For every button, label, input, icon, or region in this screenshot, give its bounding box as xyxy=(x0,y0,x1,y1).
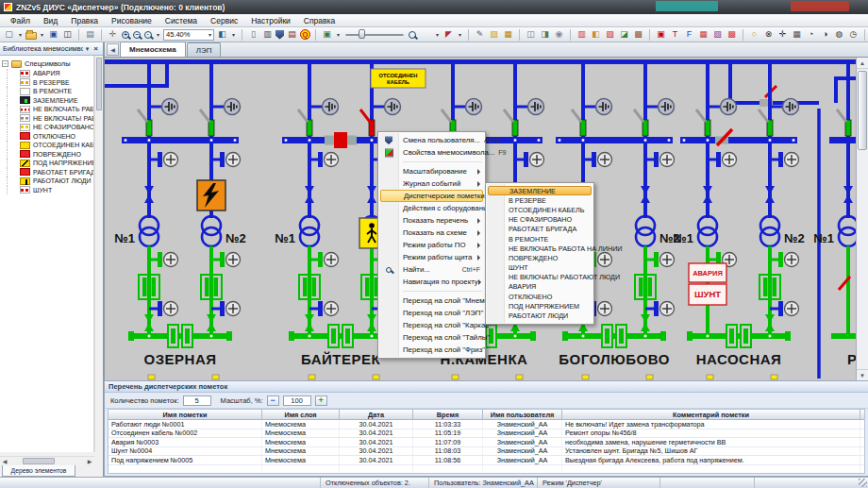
cluster-icon[interactable]: ▦ xyxy=(697,28,709,41)
tab-layer-лэп[interactable]: ЛЭП xyxy=(187,42,222,57)
open-folder-icon[interactable] xyxy=(25,32,37,40)
layout-columns-icon[interactable]: ▥ xyxy=(261,28,274,41)
mark-reserve-icon[interactable]: ◧ xyxy=(590,28,602,41)
scroll-up-icon[interactable]: ▲ xyxy=(857,58,868,69)
context-menu-item[interactable]: Действия с оборудованием xyxy=(379,202,484,214)
symbol-item[interactable]: ОТСОЕДИНЕН КАБЕЛЬ xyxy=(7,141,93,150)
dropdown-arrow-icon[interactable]: ▾ xyxy=(17,31,24,38)
submenu-item[interactable]: В РЕМОНТЕ xyxy=(487,234,593,244)
menubar-item-правка[interactable]: Правка xyxy=(64,15,105,26)
column-header[interactable]: Комментарий пометки xyxy=(562,410,860,419)
context-menu-item[interactable]: Режим работы ПО xyxy=(379,239,484,251)
menubar-item-сервис[interactable]: Сервис xyxy=(204,15,244,26)
substation-1[interactable]: №1№2ОЗЕРНАЯ xyxy=(114,61,245,367)
mark-shunt-icon[interactable]: ▩ xyxy=(632,28,644,41)
symbol-item[interactable]: ПОВРЕЖДЕНО xyxy=(7,150,93,160)
context-menu-item[interactable]: Найти...Ctrl+F xyxy=(379,263,484,276)
symbol-item[interactable]: АВАРИЯ xyxy=(7,69,93,78)
column-header[interactable]: Дата xyxy=(340,410,413,419)
submenu-item[interactable]: ШУНТ xyxy=(487,263,593,273)
context-menu-item[interactable]: Показать перечень xyxy=(379,214,484,227)
submenu-item[interactable]: ПОД НАПРЯЖЕНИЕМ xyxy=(487,301,593,311)
flag-red-icon[interactable]: ▣ xyxy=(655,28,667,41)
symbol-item[interactable]: ШУНТ xyxy=(7,186,93,195)
zoom-out-icon[interactable]: − xyxy=(133,31,141,39)
submenu-item[interactable]: В РЕЗЕРВЕ xyxy=(487,195,593,205)
text-f-icon[interactable]: F xyxy=(683,28,695,41)
mark-damaged-icon[interactable]: ▥ xyxy=(576,28,588,41)
tree-expand-icon[interactable]: − xyxy=(2,60,8,67)
context-menu-item[interactable]: Переход на слой "Каркас" xyxy=(379,319,484,331)
slider-thumb[interactable] xyxy=(359,29,365,39)
route-tool-icon[interactable]: ◨ xyxy=(539,28,551,41)
dropdown-arrow-icon[interactable]: ▾ xyxy=(457,31,463,38)
pointer-tool-icon[interactable]: ◤ xyxy=(442,28,455,41)
symbol-item[interactable]: НЕ ВКЛЮЧАТЬ РАБОТА НА xyxy=(7,105,93,114)
table-row[interactable]: Работают люди №0001Мнемосхема30.04.20211… xyxy=(108,420,864,429)
resize-grip[interactable] xyxy=(859,479,867,487)
symbol-item[interactable]: РАБОТАЕТ БРИГАДА xyxy=(7,168,93,177)
submenu-item[interactable]: РАБОТАЮТ ЛЮДИ xyxy=(487,311,593,320)
scroll-left-icon[interactable]: ◀ xyxy=(0,458,9,464)
circle-dot-icon[interactable]: ◍ xyxy=(833,28,845,41)
dispatcher-shield-icon[interactable] xyxy=(275,30,284,40)
menubar-item-вид[interactable]: Вид xyxy=(37,15,64,26)
tab-element-tree[interactable]: Дерево элементов xyxy=(2,465,75,477)
scrollbar-thumb[interactable] xyxy=(23,458,55,464)
context-menu-item[interactable]: Режим работы щита xyxy=(379,251,484,263)
context-menu-item[interactable]: Переход на слой "ЛЭП" xyxy=(379,307,484,319)
symbol-item[interactable]: ПОД НАПРЯЖЕНИЕМ xyxy=(7,159,93,168)
star-icon[interactable]: ✛ xyxy=(776,28,789,41)
zoom-in-icon[interactable]: + xyxy=(122,31,129,39)
submenu-item[interactable]: АВАРИЯ xyxy=(487,282,593,292)
scroll-down-icon[interactable]: ▼ xyxy=(857,369,868,380)
save-icon[interactable]: ▣ xyxy=(47,28,59,41)
menubar-item-файл[interactable]: Файл xyxy=(4,15,37,26)
submenu-item[interactable]: РАБОТАЕТ БРИГАДА xyxy=(487,225,593,234)
context-menu-item[interactable]: Смена пользователя...Alt+U xyxy=(379,134,484,146)
zoom-region-icon[interactable]: · xyxy=(144,31,152,39)
scale-decrease-button[interactable]: − xyxy=(267,395,279,406)
dropdown-arrow-icon[interactable]: ▾ xyxy=(230,31,237,38)
table-row[interactable]: Отсоединен кабель №0002Мнемосхема30.04.2… xyxy=(108,429,864,439)
context-menu-item[interactable]: Переход на слой "Мнемосхема" xyxy=(379,294,484,307)
journal-icon[interactable]: ▤ xyxy=(286,28,298,41)
tab-layer-мнемосхема[interactable]: Мнемосхема xyxy=(120,42,186,57)
alarm-indicator-icon[interactable]: Q xyxy=(300,29,310,40)
symbol-item[interactable]: РАБОТАЮТ ЛЮДИ xyxy=(7,177,93,186)
grid-icon[interactable]: ▩ xyxy=(726,28,738,41)
scrollbar-thumb[interactable] xyxy=(96,58,102,110)
submenu-item[interactable]: НЕ СФАЗИРОВАНО xyxy=(487,215,593,225)
circle-quarter-icon[interactable]: ◔ xyxy=(805,28,817,41)
print-preview-icon[interactable]: ▤ xyxy=(84,28,96,41)
tab-scroll-left-icon[interactable]: ◀ xyxy=(107,43,119,56)
dropdown-arrow-icon[interactable]: ▾ xyxy=(39,31,45,38)
tree-root-specsymbols[interactable]: − Спецсимволы xyxy=(2,59,93,69)
submenu-item[interactable]: ЗАЗЕМЛЕНИЕ xyxy=(488,186,592,195)
page-icon[interactable]: ▯ xyxy=(247,28,259,41)
close-icon[interactable]: × xyxy=(92,44,100,53)
scrollbar-thumb[interactable] xyxy=(858,71,867,150)
table-row[interactable]: Под напряжением №0005Мнемосхема30.04.202… xyxy=(108,456,864,465)
text-t-icon[interactable]: T xyxy=(669,28,681,41)
column-header[interactable]: Время xyxy=(413,410,483,419)
submenu-item[interactable]: ОТКЛЮЧЕНО xyxy=(487,292,593,301)
node-tool-icon[interactable]: ▨ xyxy=(488,28,500,41)
table-row[interactable]: Шунт №0004Мнемосхема30.04.202111:08:03Зн… xyxy=(108,447,864,457)
dropdown-arrow-icon[interactable]: ▾ xyxy=(155,31,161,38)
symbol-item[interactable]: ЗАЗЕМЛЕНИЕ xyxy=(7,96,93,106)
dropdown-arrow-icon[interactable]: ▾ xyxy=(434,31,441,38)
context-menu-item[interactable]: Журнал событий xyxy=(379,177,484,190)
search-icon[interactable] xyxy=(409,31,416,39)
mesh-icon[interactable]: ▦ xyxy=(791,28,803,41)
sidebar-vertical-scrollbar[interactable] xyxy=(94,56,103,452)
scale-increase-button[interactable]: + xyxy=(315,395,327,406)
column-header[interactable]: Имя слоя xyxy=(262,410,340,419)
context-menu-item[interactable]: Показать на схеме xyxy=(379,227,484,239)
column-header[interactable]: Имя пользователя xyxy=(483,410,562,419)
circle-cross-icon[interactable]: ⊗ xyxy=(762,28,775,41)
context-menu-item[interactable]: Масштабирование xyxy=(379,165,484,177)
mark-ground-icon[interactable]: ◪ xyxy=(618,28,630,41)
menubar-item-рисование[interactable]: Рисование xyxy=(105,15,159,26)
pin-icon[interactable]: ▾ xyxy=(83,45,92,53)
